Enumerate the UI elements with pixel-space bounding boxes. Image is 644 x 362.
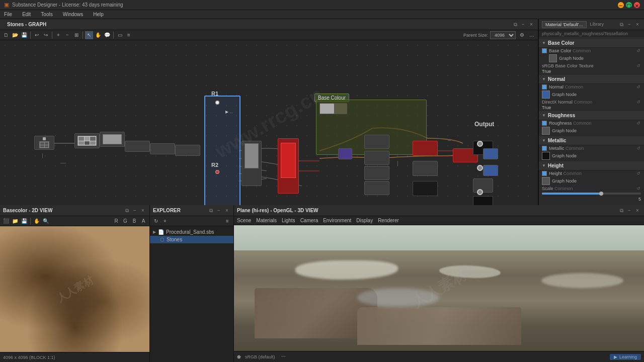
metallic-checkbox[interactable] xyxy=(542,146,547,151)
section-normal-header[interactable]: ▼ Normal xyxy=(539,75,644,84)
basecolor-float-btn[interactable]: ⧉ xyxy=(123,207,130,214)
graph-canvas[interactable]: www.rrcg.cn xyxy=(0,40,538,205)
output-port-2[interactable] xyxy=(477,165,483,171)
basecolor-content[interactable]: 人人素材 xyxy=(0,226,149,352)
height-checkbox[interactable] xyxy=(542,171,547,176)
bc-tb-2[interactable]: 📁 xyxy=(11,217,19,225)
toolbar-zoom-out[interactable]: − xyxy=(63,31,71,39)
close-button[interactable]: × xyxy=(634,2,640,8)
node-left-3[interactable] xyxy=(100,132,125,147)
toolbar-new[interactable]: 🗋 xyxy=(2,31,10,39)
node-right-1[interactable] xyxy=(413,161,438,176)
scale-slider[interactable] xyxy=(542,193,641,195)
port-r2-3[interactable] xyxy=(215,170,219,174)
height-reset[interactable]: ↺ xyxy=(636,171,641,176)
bc-tb-b[interactable]: B xyxy=(130,217,138,225)
view3d-menu-display[interactable]: Display xyxy=(356,218,373,223)
toolbar-select[interactable]: ↖ xyxy=(85,31,93,39)
directx-reset[interactable]: ↺ xyxy=(636,100,641,105)
roughness-reset[interactable]: ↺ xyxy=(636,121,641,126)
normal-reset[interactable]: ↺ xyxy=(636,84,641,89)
basecolor-min-btn[interactable]: − xyxy=(131,207,138,214)
section-roughness-header[interactable]: ▼ Roughness xyxy=(539,111,644,120)
toolbar-undo[interactable]: ↩ xyxy=(33,31,41,39)
graph-float-button[interactable]: ⧉ xyxy=(512,21,519,28)
view3d-close-btn[interactable]: × xyxy=(634,207,641,214)
bc-tb-g[interactable]: G xyxy=(121,217,129,225)
bc-tb-3[interactable]: 💾 xyxy=(20,217,28,225)
props-close-btn[interactable]: × xyxy=(634,21,641,28)
toolbar-save[interactable]: 💾 xyxy=(20,31,28,39)
output-port-3[interactable] xyxy=(477,189,483,195)
tab-library[interactable]: Library xyxy=(587,21,607,28)
view3d-content[interactable]: 人人素材 xyxy=(234,225,644,351)
bc-node-9[interactable] xyxy=(319,103,335,114)
metallic-reset[interactable]: ↺ xyxy=(636,146,641,151)
learning-badge[interactable]: ▶ Learning xyxy=(610,354,641,360)
toolbar-comment[interactable]: 💬 xyxy=(103,31,111,39)
menu-edit[interactable]: Edit xyxy=(20,12,33,17)
srgb-reset[interactable]: ↺ xyxy=(636,63,641,68)
view3d-menu-renderer[interactable]: Renderer xyxy=(378,218,399,223)
base-color-reset[interactable]: ↺ xyxy=(636,48,641,53)
node-blue-far-2[interactable] xyxy=(483,165,498,176)
scale-slider-handle[interactable] xyxy=(599,192,603,196)
node-left-1[interactable] xyxy=(34,136,54,150)
menu-file[interactable]: File xyxy=(2,12,14,17)
explorer-close-btn[interactable]: × xyxy=(223,207,230,214)
node-purple[interactable] xyxy=(338,148,352,159)
explorer-min-btn[interactable]: − xyxy=(215,207,222,214)
graph-background[interactable]: www.rrcg.cn xyxy=(0,40,538,205)
basecolor-close-btn[interactable]: × xyxy=(139,207,146,214)
scale-reset[interactable]: ↺ xyxy=(636,186,641,191)
menu-windows[interactable]: Windows xyxy=(61,12,86,17)
node-left-2[interactable] xyxy=(74,133,100,148)
base-color-checkbox[interactable] xyxy=(542,48,547,53)
node-far-1[interactable] xyxy=(473,178,493,193)
menu-tools[interactable]: Tools xyxy=(39,12,54,17)
port-r1-5[interactable] xyxy=(215,101,219,105)
node-mid-4[interactable] xyxy=(364,166,389,180)
node-left-5[interactable] xyxy=(150,143,175,154)
node-mid-1[interactable] xyxy=(242,141,262,186)
graph-close-button[interactable]: × xyxy=(528,21,535,28)
explorer-content[interactable]: ▶ 📄 Procedural_Sand.sbs ⬡ Stones xyxy=(150,226,233,362)
explorer-item-stones[interactable]: ⬡ Stones xyxy=(150,236,233,243)
exp-tb-refresh[interactable]: ↻ xyxy=(152,217,160,225)
normal-checkbox[interactable] xyxy=(542,84,547,89)
toolbar-redo[interactable]: ↪ xyxy=(42,31,50,39)
node-mid-3[interactable] xyxy=(364,151,389,165)
view3d-menu-camera[interactable]: Camera xyxy=(300,218,318,223)
bc-tb-a[interactable]: A xyxy=(139,217,147,225)
node-red-1[interactable] xyxy=(278,138,299,194)
section-base-color-header[interactable]: ▼ Base Color xyxy=(539,39,644,48)
node-blue-far[interactable] xyxy=(483,148,498,159)
toolbar-zoom-in[interactable]: + xyxy=(54,31,62,39)
node-left-4[interactable] xyxy=(125,141,150,152)
graph-minimize-button[interactable]: − xyxy=(520,21,527,28)
view3d-float-btn[interactable]: ⧉ xyxy=(618,207,625,214)
roughness-checkbox[interactable] xyxy=(542,121,547,126)
props-float-btn[interactable]: ⧉ xyxy=(618,21,625,28)
exp-tb-add[interactable]: + xyxy=(161,217,169,225)
view3d-min-btn[interactable]: − xyxy=(626,207,633,214)
minimize-button[interactable]: − xyxy=(618,2,624,8)
titlebar-controls[interactable]: − □ × xyxy=(618,2,640,8)
view3d-menu-environment[interactable]: Environment xyxy=(323,218,351,223)
toolbar-more[interactable]: … xyxy=(528,31,536,39)
node-left-6[interactable] xyxy=(175,145,200,156)
props-min-btn[interactable]: − xyxy=(626,21,633,28)
maximize-button[interactable]: □ xyxy=(626,2,632,8)
properties-content[interactable]: ▼ Base Color Base Color Common ↺ Graph N… xyxy=(539,38,644,205)
toolbar-pan[interactable]: ✋ xyxy=(94,31,102,39)
menu-help[interactable]: Help xyxy=(91,12,106,17)
toolbar-open[interactable]: 📂 xyxy=(11,31,19,39)
toolbar-align[interactable]: ≡ xyxy=(125,31,133,39)
view3d-menu-lights[interactable]: Lights xyxy=(282,218,295,223)
output-port-1[interactable] xyxy=(477,141,483,147)
toolbar-settings[interactable]: ⚙ xyxy=(518,31,526,39)
section-height-header[interactable]: ▼ Height xyxy=(539,161,644,170)
explorer-item-sbs[interactable]: ▶ 📄 Procedural_Sand.sbs xyxy=(150,228,233,236)
section-metallic-header[interactable]: ▼ Metallic xyxy=(539,136,644,145)
tab-material[interactable]: Material 'Default'… xyxy=(542,21,587,28)
